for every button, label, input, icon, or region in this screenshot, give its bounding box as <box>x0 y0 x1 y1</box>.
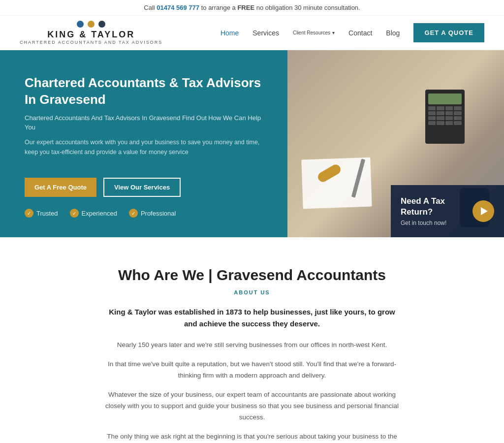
play-button[interactable] <box>472 200 494 222</box>
logo-name: KING & TAYLOR <box>47 30 135 40</box>
badge-trusted: ✓ Trusted <box>25 209 58 218</box>
tax-box-subtitle: Get in touch now! <box>401 220 465 226</box>
view-services-button[interactable]: View Our Services <box>103 178 181 197</box>
about-p2: In that time we've built quite a reputat… <box>104 359 400 381</box>
badge-professional: ✓ Professional <box>129 209 176 218</box>
header: KING & TAYLOR CHARTERED ACCOUNTANTS AND … <box>0 16 504 50</box>
check-icon-trusted: ✓ <box>25 209 33 218</box>
about-p1: Nearly 150 years later and we're still s… <box>104 340 400 351</box>
nav-blog[interactable]: Blog <box>386 29 400 37</box>
tax-box-title: Need A Tax Return? <box>401 196 465 218</box>
calc-screen <box>428 94 462 104</box>
tax-box-text: Need A Tax Return? Get in touch now! <box>401 196 465 226</box>
about-intro: King & Taylor was established in 1873 to… <box>104 306 400 330</box>
top-bar: Call 01474 569 777 to arrange a FREE no … <box>0 0 504 16</box>
nav-home[interactable]: Home <box>220 29 239 37</box>
logo-dots <box>77 21 105 28</box>
get-quote-button[interactable]: GET A QUOTE <box>413 23 484 42</box>
hero-image: Need A Tax Return? Get in touch now! <box>287 50 504 237</box>
calculator-decoration <box>425 90 465 144</box>
hero-badges: ✓ Trusted ✓ Experienced ✓ Professional <box>25 209 263 218</box>
hero-title: Chartered Accountants & Tax Advisors In … <box>25 75 263 108</box>
check-icon-professional: ✓ <box>129 209 138 218</box>
about-p3: Whatever the size of your business, our … <box>104 389 400 423</box>
dot-blue <box>77 21 84 28</box>
nav-contact[interactable]: Contact <box>348 29 372 37</box>
dot-gold <box>88 21 94 28</box>
chevron-down-icon: ▾ <box>332 30 335 35</box>
main-nav: Home Services Client Resources ▾ Contact… <box>220 23 484 42</box>
tax-return-box: Need A Tax Return? Get in touch now! <box>391 185 504 237</box>
check-icon-experienced: ✓ <box>70 209 79 218</box>
nav-services[interactable]: Services <box>252 29 279 37</box>
badge-experienced: ✓ Experienced <box>70 209 117 218</box>
top-bar-text: Call 01474 569 777 to arrange a FREE no … <box>144 4 360 11</box>
about-section: Who Are We | Gravesend Accountants ABOUT… <box>0 237 504 443</box>
hero-subtitle: Chartered Accountants And Tax Advisors I… <box>25 113 263 132</box>
dot-dark <box>98 21 105 28</box>
nav-client-resources[interactable]: Client Resources ▾ <box>293 30 335 35</box>
hero-section: Chartered Accountants & Tax Advisors In … <box>0 50 504 237</box>
about-title: Who Are We | Gravesend Accountants <box>59 267 445 284</box>
about-label: ABOUT US <box>59 289 445 295</box>
phone-link[interactable]: 01474 569 777 <box>157 4 199 11</box>
free-quote-button[interactable]: Get A Free Quote <box>25 178 96 197</box>
hero-content: Chartered Accountants & Tax Advisors In … <box>0 50 287 237</box>
logo-tagline: CHARTERED ACCOUNTANTS AND TAX ADVISORS <box>20 40 162 45</box>
hero-description: Our expert accountants work with you and… <box>25 137 263 157</box>
about-p4: The only thing we ask right at the begin… <box>104 431 400 443</box>
hero-buttons: Get A Free Quote View Our Services <box>25 178 263 197</box>
logo: KING & TAYLOR CHARTERED ACCOUNTANTS AND … <box>20 21 162 45</box>
calc-keys <box>428 106 462 125</box>
